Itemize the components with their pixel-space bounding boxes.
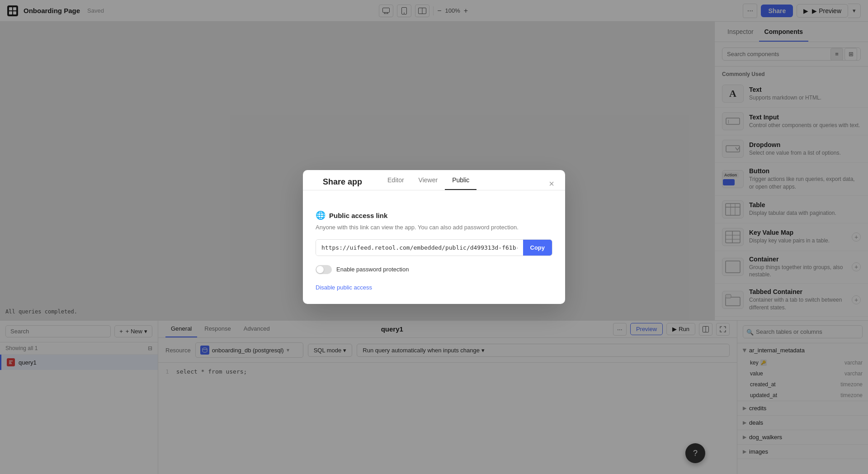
- toggle-label: Enable password protection: [336, 266, 409, 273]
- toggle-knob: [316, 266, 324, 273]
- password-toggle[interactable]: [316, 265, 332, 274]
- modal-tab-public[interactable]: Public: [445, 170, 476, 190]
- globe-icon: 🌐: [316, 210, 326, 220]
- password-toggle-row: Enable password protection: [316, 265, 552, 274]
- modal-link-row: Copy: [316, 239, 552, 256]
- copy-link-btn[interactable]: Copy: [523, 240, 552, 256]
- public-link-input[interactable]: [316, 240, 523, 256]
- modal-tab-bar: Share app Editor Viewer Public: [303, 170, 565, 190]
- modal-tab-editor[interactable]: Editor: [380, 170, 411, 190]
- modal-desc: Anyone with this link can view the app. …: [316, 223, 552, 232]
- modal-tab-viewer[interactable]: Viewer: [411, 170, 445, 190]
- modal-title: Share app: [316, 170, 369, 190]
- modal-heading: 🌐 Public access link: [316, 210, 552, 220]
- modal-overlay: Share app Editor Viewer Public × 🌐 Publi…: [0, 0, 868, 474]
- modal-heading-text: Public access link: [329, 212, 387, 219]
- share-modal: Share app Editor Viewer Public × 🌐 Publi…: [303, 170, 565, 304]
- modal-close-btn[interactable]: ×: [545, 177, 558, 190]
- disable-public-access-link[interactable]: Disable public access: [316, 284, 372, 291]
